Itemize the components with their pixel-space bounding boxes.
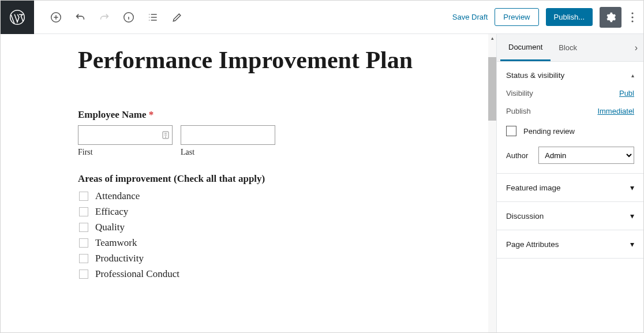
page-attributes-panel[interactable]: Page Attributes ▾ — [497, 230, 643, 259]
check-label: Teamwork — [95, 237, 137, 249]
publish-link[interactable]: Immediatel — [597, 107, 634, 115]
name-row: First Last — [78, 125, 456, 157]
undo-button[interactable] — [70, 7, 91, 28]
info-button[interactable] — [118, 7, 139, 28]
main-area: Performance Improvement Plan Employee Na… — [1, 34, 643, 332]
check-row-quality: Quality — [78, 222, 456, 233]
status-visibility-panel: Status & visibility ▴ Visibility Publ Pu… — [497, 62, 643, 174]
publish-label: Publish — [506, 107, 531, 115]
edit-icon[interactable] — [167, 7, 188, 28]
employee-name-label: Employee Name * — [78, 109, 456, 121]
redo-button[interactable] — [94, 7, 115, 28]
chevron-up-icon: ▴ — [631, 72, 634, 78]
first-sublabel: First — [78, 148, 173, 157]
visibility-row: Visibility Publ — [506, 89, 634, 98]
check-label: Efficacy — [95, 206, 128, 218]
pending-review-row: Pending review — [506, 126, 634, 136]
discussion-panel[interactable]: Discussion ▾ — [497, 202, 643, 230]
publish-button[interactable]: Publish... — [546, 8, 593, 26]
wordpress-logo[interactable] — [1, 1, 34, 34]
page-title[interactable]: Performance Improvement Plan — [78, 46, 456, 74]
last-sublabel: Last — [181, 148, 275, 157]
chevron-right-icon[interactable]: › — [632, 43, 640, 53]
toolbar-right: Save Draft Preview Publish... — [452, 7, 643, 28]
checkbox[interactable] — [79, 223, 88, 232]
checkbox[interactable] — [79, 238, 88, 248]
check-row-conduct: Professional Conduct — [78, 268, 456, 280]
check-label: Attendance — [95, 190, 140, 202]
tab-block[interactable]: Block — [551, 35, 585, 60]
toolbar-left — [34, 7, 188, 28]
autofill-icon[interactable] — [162, 131, 169, 139]
visibility-label: Visibility — [506, 89, 533, 98]
editor-toolbar: Save Draft Preview Publish... — [1, 1, 643, 34]
checkbox[interactable] — [79, 207, 88, 216]
chevron-down-icon: ▾ — [630, 240, 634, 249]
checkbox[interactable] — [79, 270, 88, 279]
check-label: Professional Conduct — [95, 268, 179, 280]
scroll-up-icon[interactable]: ▴ — [488, 34, 496, 42]
chevron-down-icon: ▾ — [630, 183, 634, 192]
author-select[interactable]: Admin — [538, 147, 634, 164]
chevron-down-icon: ▾ — [630, 211, 634, 220]
check-row-productivity: Productivity — [78, 253, 456, 264]
publish-row: Publish Immediatel — [506, 107, 634, 115]
check-label: Quality — [95, 222, 125, 233]
add-block-button[interactable] — [46, 7, 66, 28]
svg-point-3 — [631, 12, 633, 14]
pending-review-checkbox[interactable] — [506, 126, 516, 136]
editor-scrollbar[interactable]: ▴ — [488, 34, 496, 332]
featured-image-panel[interactable]: Featured image ▾ — [497, 174, 643, 202]
status-visibility-header[interactable]: Status & visibility ▴ — [506, 71, 634, 80]
last-name-input[interactable] — [181, 125, 275, 145]
visibility-link[interactable]: Publ — [619, 89, 634, 98]
areas-label: Areas of improvement (Check all that app… — [78, 173, 456, 185]
sidebar-tabs: Document Block › — [497, 34, 643, 62]
scroll-thumb[interactable] — [488, 57, 496, 121]
outline-button[interactable] — [143, 7, 163, 28]
author-label: Author — [506, 151, 528, 160]
check-row-teamwork: Teamwork — [78, 237, 456, 249]
check-row-efficacy: Efficacy — [78, 206, 456, 218]
editor-canvas: Performance Improvement Plan Employee Na… — [1, 34, 496, 332]
more-menu-button[interactable] — [628, 7, 635, 28]
settings-button[interactable] — [600, 7, 621, 28]
checkbox[interactable] — [79, 254, 88, 263]
tab-document[interactable]: Document — [500, 35, 551, 61]
first-name-input[interactable] — [78, 125, 173, 145]
check-row-attendance: Attendance — [78, 190, 456, 202]
svg-point-5 — [631, 20, 633, 22]
save-draft-button[interactable]: Save Draft — [452, 13, 488, 21]
settings-sidebar: Document Block › Status & visibility ▴ V… — [496, 34, 643, 332]
check-label: Productivity — [95, 253, 144, 264]
pending-review-label: Pending review — [523, 127, 575, 136]
preview-button[interactable]: Preview — [495, 8, 538, 26]
required-mark: * — [149, 109, 154, 120]
author-row: Author Admin — [506, 147, 634, 164]
checkbox[interactable] — [79, 192, 88, 201]
svg-point-4 — [631, 16, 633, 18]
